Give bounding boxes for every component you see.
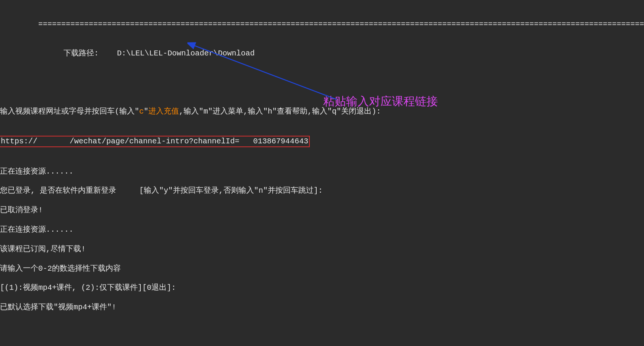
action-recharge: 进入充值 bbox=[148, 107, 179, 116]
options-line: [(1):视频mp4+课件, (2):仅下载课件][0退出]: bbox=[0, 283, 644, 292]
input-prompt-line: 输入视频课程网址或字母并按回车(输入"c"进入充值,输入"m"进入菜单,输入"h… bbox=[0, 107, 644, 116]
url-highlight-box: https:// /wechat/page/channel-intro?chan… bbox=[0, 136, 310, 147]
subscribed-line: 该课程已订阅,尽情下载! bbox=[0, 244, 644, 254]
download-path-label: 下载路径: bbox=[63, 49, 99, 58]
annotation-label: 粘贴输入对应课程链接 bbox=[323, 94, 438, 109]
login-prompt-line: 您已登录, 是否在软件内重新登录 [输入"y"并按回车登录,否则输入"n"并按回… bbox=[0, 186, 644, 195]
login-cancelled-line: 已取消登录! bbox=[0, 205, 644, 215]
blank-line bbox=[0, 78, 644, 87]
url-input-line[interactable]: https:// /wechat/page/channel-intro?chan… bbox=[0, 136, 644, 147]
download-path-line: 下载路径: D:\LEL\LEL-Downloader\Download bbox=[0, 49, 644, 58]
download-path-value: D:\LEL\LEL-Downloader\Download bbox=[117, 49, 255, 58]
blank-line-2 bbox=[0, 331, 644, 341]
select-prompt-line: 请输入一个0-2的数选择性下载内容 bbox=[0, 264, 644, 273]
terminal-output: ========================================… bbox=[0, 0, 644, 346]
connecting-line-1: 正在连接资源...... bbox=[0, 167, 644, 176]
url-input-text[interactable]: https:// /wechat/page/channel-intro?chan… bbox=[1, 137, 308, 146]
top-divider: ========================================… bbox=[0, 19, 644, 29]
default-selected-line: 已默认选择下载"视频mp4+课件"! bbox=[0, 302, 644, 312]
connecting-line-2: 正在连接资源...... bbox=[0, 225, 644, 234]
char-c: c bbox=[139, 107, 144, 116]
